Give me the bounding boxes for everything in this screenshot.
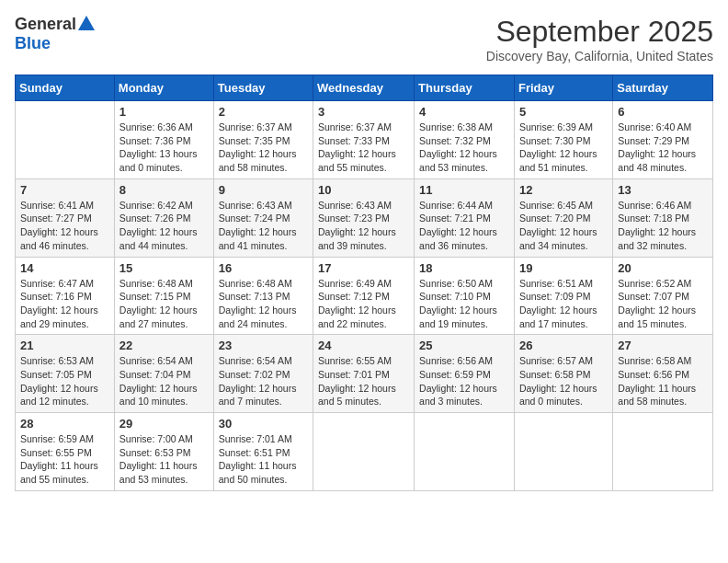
- calendar-cell: [613, 413, 713, 491]
- day-info: Sunrise: 6:59 AMSunset: 6:55 PMDaylight:…: [20, 432, 109, 487]
- day-number: 25: [419, 339, 509, 352]
- calendar-cell: 5Sunrise: 6:39 AMSunset: 7:30 PMDaylight…: [514, 101, 612, 179]
- calendar-cell: 28Sunrise: 6:59 AMSunset: 6:55 PMDayligh…: [16, 413, 115, 491]
- calendar-cell: 15Sunrise: 6:48 AMSunset: 7:15 PMDayligh…: [114, 257, 213, 335]
- calendar-cell: 1Sunrise: 6:36 AMSunset: 7:36 PMDaylight…: [114, 101, 213, 179]
- header-day-saturday: Saturday: [613, 75, 713, 101]
- day-number: 28: [20, 417, 109, 431]
- day-number: 17: [318, 261, 409, 275]
- day-number: 6: [618, 105, 708, 119]
- calendar-body: 1Sunrise: 6:36 AMSunset: 7:36 PMDaylight…: [16, 101, 713, 491]
- day-info: Sunrise: 6:41 AMSunset: 7:27 PMDaylight:…: [20, 199, 109, 253]
- calendar-cell: 22Sunrise: 6:54 AMSunset: 7:04 PMDayligh…: [114, 335, 213, 413]
- day-number: 26: [519, 339, 608, 352]
- calendar-table: SundayMondayTuesdayWednesdayThursdayFrid…: [15, 75, 713, 491]
- calendar-cell: 2Sunrise: 6:37 AMSunset: 7:35 PMDaylight…: [213, 101, 313, 179]
- calendar-cell: [313, 413, 415, 491]
- day-info: Sunrise: 6:38 AMSunset: 7:32 PMDaylight:…: [419, 121, 509, 175]
- day-number: 5: [519, 105, 608, 119]
- day-number: 30: [219, 417, 308, 431]
- day-info: Sunrise: 6:37 AMSunset: 7:35 PMDaylight:…: [219, 121, 308, 175]
- calendar-cell: 18Sunrise: 6:50 AMSunset: 7:10 PMDayligh…: [415, 257, 515, 335]
- calendar-cell: 20Sunrise: 6:52 AMSunset: 7:07 PMDayligh…: [613, 257, 713, 335]
- day-number: 23: [219, 339, 308, 352]
- day-number: 11: [419, 183, 509, 197]
- calendar-cell: 10Sunrise: 6:43 AMSunset: 7:23 PMDayligh…: [313, 178, 415, 257]
- day-number: 20: [618, 261, 708, 275]
- day-number: 2: [219, 105, 308, 119]
- logo-blue: Blue: [15, 34, 51, 53]
- calendar-header-row: SundayMondayTuesdayWednesdayThursdayFrid…: [16, 75, 713, 101]
- calendar-cell: 17Sunrise: 6:49 AMSunset: 7:12 PMDayligh…: [313, 257, 415, 335]
- day-info: Sunrise: 6:51 AMSunset: 7:09 PMDaylight:…: [519, 277, 608, 331]
- day-number: 15: [119, 261, 209, 275]
- day-number: 19: [519, 261, 608, 275]
- calendar-cell: 19Sunrise: 6:51 AMSunset: 7:09 PMDayligh…: [514, 257, 612, 335]
- calendar-cell: 12Sunrise: 6:45 AMSunset: 7:20 PMDayligh…: [514, 178, 612, 257]
- day-info: Sunrise: 6:42 AMSunset: 7:26 PMDaylight:…: [119, 199, 209, 253]
- calendar-cell: 8Sunrise: 6:42 AMSunset: 7:26 PMDaylight…: [114, 178, 213, 257]
- calendar-week-row: 1Sunrise: 6:36 AMSunset: 7:36 PMDaylight…: [16, 101, 713, 179]
- calendar-cell: [415, 413, 515, 491]
- calendar-cell: 23Sunrise: 6:54 AMSunset: 7:02 PMDayligh…: [213, 335, 313, 413]
- header-day-sunday: Sunday: [16, 75, 115, 101]
- day-info: Sunrise: 6:37 AMSunset: 7:33 PMDaylight:…: [318, 121, 409, 175]
- page-header: General Blue September 2025 Discovery Ba…: [15, 15, 713, 63]
- calendar-cell: 30Sunrise: 7:01 AMSunset: 6:51 PMDayligh…: [213, 413, 313, 491]
- day-info: Sunrise: 7:01 AMSunset: 6:51 PMDaylight:…: [219, 432, 308, 487]
- calendar-cell: 14Sunrise: 6:47 AMSunset: 7:16 PMDayligh…: [16, 257, 115, 335]
- calendar-cell: 16Sunrise: 6:48 AMSunset: 7:13 PMDayligh…: [213, 257, 313, 335]
- day-number: 10: [318, 183, 409, 197]
- day-info: Sunrise: 6:54 AMSunset: 7:02 PMDaylight:…: [219, 354, 308, 408]
- day-info: Sunrise: 6:56 AMSunset: 6:59 PMDaylight:…: [419, 354, 509, 408]
- day-info: Sunrise: 6:50 AMSunset: 7:10 PMDaylight:…: [419, 277, 509, 331]
- day-info: Sunrise: 6:40 AMSunset: 7:29 PMDaylight:…: [618, 121, 708, 175]
- day-info: Sunrise: 6:57 AMSunset: 6:58 PMDaylight:…: [519, 354, 608, 408]
- calendar-cell: 29Sunrise: 7:00 AMSunset: 6:53 PMDayligh…: [114, 413, 213, 491]
- day-info: Sunrise: 6:48 AMSunset: 7:15 PMDaylight:…: [119, 277, 209, 331]
- calendar-cell: 25Sunrise: 6:56 AMSunset: 6:59 PMDayligh…: [415, 335, 515, 413]
- calendar-cell: 13Sunrise: 6:46 AMSunset: 7:18 PMDayligh…: [613, 178, 713, 257]
- calendar-week-row: 21Sunrise: 6:53 AMSunset: 7:05 PMDayligh…: [16, 335, 713, 413]
- calendar-cell: 24Sunrise: 6:55 AMSunset: 7:01 PMDayligh…: [313, 335, 415, 413]
- day-info: Sunrise: 6:49 AMSunset: 7:12 PMDaylight:…: [318, 277, 409, 331]
- day-number: 24: [318, 339, 409, 352]
- day-number: 12: [519, 183, 608, 197]
- day-info: Sunrise: 6:48 AMSunset: 7:13 PMDaylight:…: [219, 277, 308, 331]
- calendar-cell: 11Sunrise: 6:44 AMSunset: 7:21 PMDayligh…: [415, 178, 515, 257]
- day-number: 7: [20, 183, 109, 197]
- day-info: Sunrise: 6:54 AMSunset: 7:04 PMDaylight:…: [119, 354, 209, 408]
- day-info: Sunrise: 6:43 AMSunset: 7:24 PMDaylight:…: [219, 199, 308, 253]
- day-number: 21: [20, 339, 109, 352]
- header-day-friday: Friday: [514, 75, 612, 101]
- calendar-cell: 21Sunrise: 6:53 AMSunset: 7:05 PMDayligh…: [16, 335, 115, 413]
- header-day-wednesday: Wednesday: [313, 75, 415, 101]
- day-number: 29: [119, 417, 209, 431]
- day-info: Sunrise: 6:53 AMSunset: 7:05 PMDaylight:…: [20, 354, 109, 408]
- day-info: Sunrise: 6:47 AMSunset: 7:16 PMDaylight:…: [20, 277, 109, 331]
- day-number: 18: [419, 261, 509, 275]
- calendar-cell: [514, 413, 612, 491]
- logo-general: General: [15, 15, 76, 34]
- day-number: 9: [219, 183, 308, 197]
- calendar-cell: 26Sunrise: 6:57 AMSunset: 6:58 PMDayligh…: [514, 335, 612, 413]
- day-info: Sunrise: 6:39 AMSunset: 7:30 PMDaylight:…: [519, 121, 608, 175]
- logo: General Blue: [15, 15, 95, 53]
- day-info: Sunrise: 6:55 AMSunset: 7:01 PMDaylight:…: [318, 354, 409, 408]
- day-number: 13: [618, 183, 708, 197]
- day-info: Sunrise: 6:58 AMSunset: 6:56 PMDaylight:…: [618, 354, 708, 408]
- day-info: Sunrise: 6:45 AMSunset: 7:20 PMDaylight:…: [519, 199, 608, 253]
- title-area: September 2025 Discovery Bay, California…: [486, 15, 713, 63]
- day-info: Sunrise: 6:43 AMSunset: 7:23 PMDaylight:…: [318, 199, 409, 253]
- calendar-cell: 6Sunrise: 6:40 AMSunset: 7:29 PMDaylight…: [613, 101, 713, 179]
- svg-marker-0: [78, 16, 95, 30]
- day-number: 16: [219, 261, 308, 275]
- calendar-week-row: 28Sunrise: 6:59 AMSunset: 6:55 PMDayligh…: [16, 413, 713, 491]
- day-info: Sunrise: 6:52 AMSunset: 7:07 PMDaylight:…: [618, 277, 708, 331]
- day-info: Sunrise: 6:36 AMSunset: 7:36 PMDaylight:…: [119, 121, 209, 175]
- calendar-cell: 27Sunrise: 6:58 AMSunset: 6:56 PMDayligh…: [613, 335, 713, 413]
- day-info: Sunrise: 6:46 AMSunset: 7:18 PMDaylight:…: [618, 199, 708, 253]
- day-info: Sunrise: 7:00 AMSunset: 6:53 PMDaylight:…: [119, 432, 209, 487]
- calendar-cell: 7Sunrise: 6:41 AMSunset: 7:27 PMDaylight…: [16, 178, 115, 257]
- calendar-cell: [16, 101, 115, 179]
